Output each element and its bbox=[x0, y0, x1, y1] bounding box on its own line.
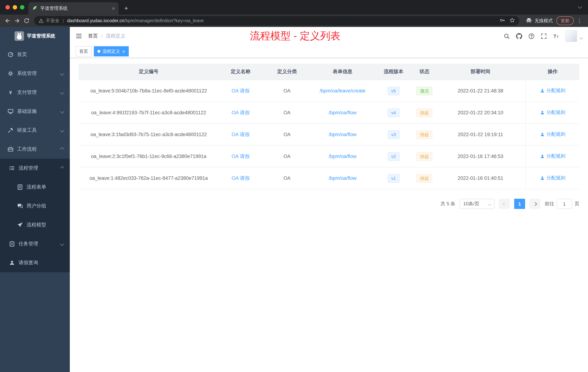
sidebar-item-5[interactable]: 工作流程 bbox=[0, 140, 70, 159]
deploy-time-cell: 2022-01-16 17:46:53 bbox=[435, 145, 526, 167]
version-badge: v2 bbox=[388, 152, 399, 161]
avatar[interactable] bbox=[566, 30, 577, 42]
prev-page-button[interactable] bbox=[499, 199, 510, 209]
assign-rule-link[interactable]: 分配规则 bbox=[540, 131, 565, 138]
page-1-button[interactable]: 1 bbox=[514, 199, 525, 209]
next-page-button[interactable] bbox=[529, 199, 540, 209]
close-window-button[interactable] bbox=[5, 5, 10, 10]
tab-close-icon[interactable]: × bbox=[112, 5, 115, 11]
sidebar-item-7[interactable]: 流程表单 bbox=[0, 178, 70, 197]
breadcrumb-home[interactable]: 首页 bbox=[88, 33, 98, 39]
help-icon[interactable] bbox=[528, 33, 535, 39]
app-header: 首页 / 流程定义 流程模型 - 定义列表 TT bbox=[70, 27, 588, 45]
assign-rule-link[interactable]: 分配规则 bbox=[540, 153, 565, 160]
definition-category-cell: OA bbox=[262, 167, 311, 189]
security-warning-icon[interactable] bbox=[39, 18, 44, 23]
yen-icon: ¥ bbox=[7, 89, 13, 95]
zoom-window-button[interactable] bbox=[20, 5, 24, 10]
column-header-7: 操作 bbox=[526, 64, 579, 80]
page-content: 定义编号定义名称定义分类表单信息流程版本状态部署时间操作 oa_leave:5:… bbox=[70, 58, 588, 372]
definition-category-cell: OA bbox=[262, 124, 311, 145]
definition-name-link[interactable]: OA 请假 bbox=[232, 131, 250, 137]
avatar-caret-icon[interactable] bbox=[580, 34, 582, 40]
definition-name-link[interactable]: OA 请假 bbox=[232, 110, 250, 115]
form-info-link[interactable]: /bpm/oa/leave/create bbox=[320, 88, 366, 94]
form-info-link[interactable]: /bpm/oa/flow bbox=[329, 110, 357, 115]
view-tag-0[interactable]: 首页 bbox=[76, 46, 92, 56]
page-size-select[interactable]: 10条/页 bbox=[460, 199, 494, 209]
browser-tab[interactable]: 芋道管理系统 × bbox=[28, 2, 118, 15]
sidebar-item-0[interactable]: 首页 bbox=[0, 45, 70, 64]
breadcrumb-current: 流程定义 bbox=[106, 33, 126, 39]
goto-page-input[interactable] bbox=[557, 199, 572, 209]
definition-id-cell: oa_leave:2:3c1f0ef1-76b1-11ec-9c66-a2380… bbox=[79, 145, 219, 167]
chevron-up-icon bbox=[60, 147, 64, 152]
assign-rule-link[interactable]: 分配规则 bbox=[540, 88, 565, 94]
svg-text:T: T bbox=[554, 33, 556, 39]
sidebar-item-1[interactable]: 系统管理 bbox=[0, 64, 70, 83]
sidebar-item-4[interactable]: 研发工具 bbox=[0, 121, 70, 140]
definition-category-cell: OA bbox=[262, 102, 311, 124]
pagination-total: 共 5 条 bbox=[441, 201, 455, 207]
browser-menu-icon[interactable]: ⋮ bbox=[577, 17, 582, 24]
version-badge: v1 bbox=[388, 174, 399, 183]
send-icon bbox=[17, 222, 23, 228]
form-info-link[interactable]: /bpm/oa/flow bbox=[329, 175, 357, 181]
assign-rule-link[interactable]: 分配规则 bbox=[540, 175, 565, 181]
form-info-link[interactable]: /bpm/oa/flow bbox=[329, 153, 357, 159]
sidebar-item-11[interactable]: 请假查询 bbox=[0, 253, 70, 272]
minimize-window-button[interactable] bbox=[13, 5, 17, 10]
definition-name-link[interactable]: OA 请假 bbox=[232, 175, 250, 181]
assign-rule-link[interactable]: 分配规则 bbox=[540, 109, 565, 116]
sidebar-item-3[interactable]: 基础设施 bbox=[0, 102, 70, 121]
bookmark-star-icon[interactable] bbox=[509, 17, 515, 24]
annotation-title: 流程模型 - 定义列表 bbox=[250, 29, 341, 43]
back-button[interactable] bbox=[3, 16, 12, 25]
screen: 芋道管理系统 × + 不安全 | dashboard.yudao.iocoder… bbox=[0, 0, 588, 372]
incognito-icon bbox=[526, 17, 532, 24]
site-favicon-icon bbox=[32, 5, 37, 12]
sidebar-item-6[interactable]: 流程管理 bbox=[0, 159, 70, 178]
update-button[interactable]: 更新 bbox=[556, 16, 574, 25]
hamburger-icon[interactable] bbox=[76, 33, 82, 39]
definition-id-cell: oa_leave:5:004b710b-7b8a-11ec-8ef0-acde4… bbox=[79, 80, 219, 102]
monitor-icon bbox=[7, 109, 13, 114]
definition-name-link[interactable]: OA 请假 bbox=[232, 153, 250, 159]
incognito-badge: 无痕模式 bbox=[526, 17, 553, 24]
sidebar-item-10[interactable]: 任务管理 bbox=[0, 234, 70, 253]
font-size-icon[interactable]: TT bbox=[553, 33, 559, 39]
fullscreen-icon[interactable] bbox=[541, 33, 547, 39]
user-icon bbox=[9, 260, 15, 266]
tags-view: 首页 流程定义 × bbox=[70, 45, 588, 58]
status-badge: 挂起 bbox=[417, 152, 432, 161]
brand-title: 芋道管理系统 bbox=[27, 33, 55, 39]
deploy-time-cell: 2022-01-22 21:48:38 bbox=[435, 80, 526, 102]
form-info-link[interactable]: /bpm/oa/flow bbox=[329, 132, 357, 137]
column-header-6: 部署时间 bbox=[435, 64, 526, 80]
sidebar-item-2[interactable]: ¥ 支付管理 bbox=[0, 83, 70, 102]
page-size-value: 10条/页 bbox=[463, 201, 479, 207]
chevron-down-icon bbox=[60, 72, 64, 76]
tag-dot bbox=[97, 50, 100, 53]
column-header-0: 定义编号 bbox=[79, 64, 219, 80]
chevron-down-icon bbox=[60, 90, 64, 95]
tag-close-icon[interactable]: × bbox=[122, 49, 125, 54]
status-badge: 挂起 bbox=[417, 174, 432, 183]
address-bar[interactable]: 不安全 | dashboard.yudao.iocoder.cn/bpm/man… bbox=[34, 16, 519, 25]
search-icon[interactable] bbox=[504, 33, 510, 39]
definition-id-cell: oa_leave:4:991f2193-7b7f-11ec-a3c8-acde4… bbox=[79, 102, 219, 124]
table-row: oa_leave:3:1fad3d93-7b75-11ec-a3c8-acde4… bbox=[79, 124, 579, 145]
sidebar-item-9[interactable]: 流程模型 bbox=[0, 216, 70, 234]
github-icon[interactable] bbox=[516, 33, 522, 39]
url-host: dashboard.yudao.iocoder.cn bbox=[67, 18, 124, 23]
reload-button[interactable] bbox=[22, 16, 31, 25]
breadcrumb: 首页 / 流程定义 bbox=[88, 33, 126, 39]
tab-strip-chevron-icon[interactable] bbox=[578, 3, 581, 10]
sidebar-item-8[interactable]: 用户分组 bbox=[0, 197, 70, 216]
key-icon[interactable] bbox=[500, 17, 505, 24]
definition-name-link[interactable]: OA 请假 bbox=[232, 88, 250, 93]
goto-prefix: 前往 bbox=[545, 201, 554, 207]
view-tag-1[interactable]: 流程定义 × bbox=[94, 46, 128, 56]
new-tab-button[interactable]: + bbox=[121, 4, 131, 13]
forward-button[interactable] bbox=[12, 16, 22, 25]
